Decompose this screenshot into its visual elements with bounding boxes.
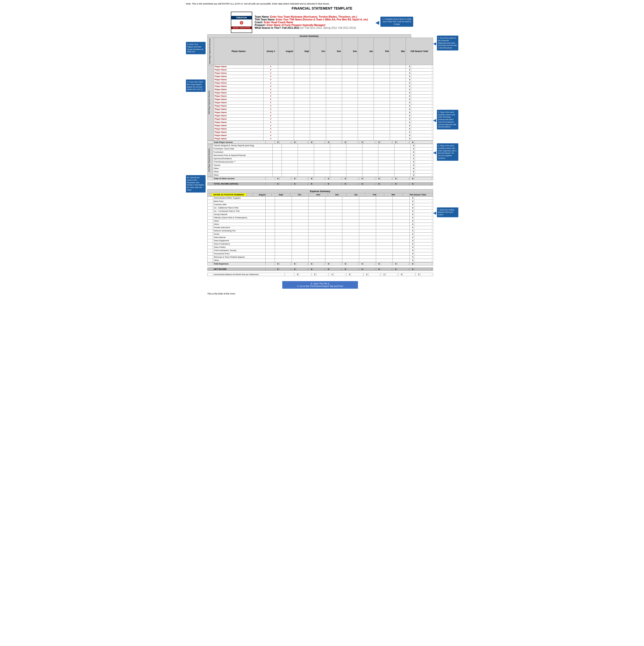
expense-month-input-cell[interactable] [342, 226, 359, 229]
expense-month-input-cell[interactable] [308, 206, 326, 209]
month-input-cell[interactable] [342, 124, 358, 127]
month-input-cell[interactable] [310, 98, 326, 101]
expense-month-input-cell[interactable] [359, 249, 376, 252]
jersey-cell[interactable]: # [263, 78, 278, 81]
month-input-cell[interactable] [358, 94, 374, 98]
expense-month-input-cell[interactable] [275, 216, 292, 219]
month-input-cell[interactable] [278, 94, 294, 98]
month-input-cell[interactable] [358, 81, 374, 85]
expense-month-input-cell[interactable] [326, 200, 342, 203]
player-name-cell[interactable]: Player Name [214, 72, 263, 75]
expense-month-input-cell[interactable] [308, 245, 326, 249]
player-name-cell[interactable]: Player Name [214, 124, 263, 127]
month-input-cell[interactable] [358, 101, 374, 104]
month-input-cell[interactable] [390, 75, 406, 78]
month-input-cell[interactable] [326, 81, 342, 85]
expense-month-input-cell[interactable] [308, 216, 326, 219]
expense-month-input-cell[interactable] [359, 196, 376, 200]
expense-month-input-cell[interactable] [292, 216, 308, 219]
month-input-cell[interactable] [294, 75, 310, 78]
month-input-cell[interactable] [278, 111, 294, 114]
expense-month-input-cell[interactable] [292, 252, 308, 255]
month-input-cell[interactable] [374, 91, 390, 94]
expense-month-input-cell[interactable] [275, 239, 292, 242]
jersey-cell[interactable]: # [263, 130, 278, 134]
month-input-cell[interactable] [374, 101, 390, 104]
save-box[interactable]: 8. Save The File & 9. Go to the THA/Pare… [282, 281, 358, 289]
other-month-input-cell[interactable] [281, 170, 298, 173]
month-input-cell[interactable] [294, 78, 310, 81]
other-month-input-cell[interactable] [314, 170, 330, 173]
expense-month-input-cell[interactable] [308, 203, 326, 206]
expense-month-input-cell[interactable] [393, 236, 410, 239]
expense-month-input-cell[interactable] [342, 236, 359, 239]
other-month-input-cell[interactable] [395, 173, 411, 177]
month-input-cell[interactable] [278, 121, 294, 124]
expense-month-input-cell[interactable] [359, 213, 376, 216]
other-month-input-cell[interactable] [314, 160, 330, 164]
other-month-input-cell[interactable] [346, 144, 362, 147]
month-input-cell[interactable] [374, 78, 390, 81]
month-input-cell[interactable] [294, 98, 310, 101]
expense-month-input-cell[interactable] [326, 223, 342, 226]
month-input-cell[interactable] [326, 88, 342, 91]
other-month-input-cell[interactable] [362, 167, 378, 170]
expense-month-input-cell[interactable] [292, 245, 308, 249]
player-name-cell[interactable]: Player Name [214, 65, 263, 68]
expense-month-input-cell[interactable] [376, 239, 393, 242]
expense-month-input-cell[interactable] [393, 223, 410, 226]
player-name-cell[interactable]: Player Name [214, 107, 263, 111]
expense-month-input-cell[interactable] [359, 223, 376, 226]
expense-month-input-cell[interactable] [393, 259, 410, 262]
month-input-cell[interactable] [326, 114, 342, 117]
expense-month-input-cell[interactable] [342, 223, 359, 226]
month-input-cell[interactable] [358, 78, 374, 81]
month-input-cell[interactable] [358, 111, 374, 114]
other-month-input-cell[interactable] [395, 160, 411, 164]
expense-month-input-cell[interactable] [292, 206, 308, 209]
player-name-cell[interactable]: Player Name [214, 121, 263, 124]
other-month-input-cell[interactable] [378, 167, 395, 170]
month-input-cell[interactable] [390, 121, 406, 124]
expense-month-input-cell[interactable] [275, 252, 292, 255]
expense-month-input-cell[interactable] [376, 216, 393, 219]
month-input-cell[interactable] [310, 91, 326, 94]
jersey-cell[interactable]: # [263, 121, 278, 124]
month-input-cell[interactable] [278, 101, 294, 104]
month-input-cell[interactable] [278, 124, 294, 127]
month-input-cell[interactable] [326, 124, 342, 127]
month-input-cell[interactable] [278, 68, 294, 72]
month-input-cell[interactable] [342, 98, 358, 101]
expense-month-input-cell[interactable] [376, 232, 393, 236]
month-input-cell[interactable] [326, 137, 342, 140]
expense-month-input-cell[interactable] [275, 196, 292, 200]
month-input-cell[interactable] [294, 124, 310, 127]
expense-month-input-cell[interactable] [275, 200, 292, 203]
month-input-cell[interactable] [310, 81, 326, 85]
expense-month-input-cell[interactable] [308, 249, 326, 252]
other-month-input-cell[interactable] [298, 157, 314, 160]
other-month-input-cell[interactable] [395, 157, 411, 160]
jersey-cell[interactable]: # [263, 111, 278, 114]
month-input-cell[interactable] [390, 78, 406, 81]
other-month-input-cell[interactable] [330, 164, 346, 167]
player-name-cell[interactable]: Player Name [214, 85, 263, 88]
month-input-cell[interactable] [390, 117, 406, 121]
month-input-cell[interactable] [326, 130, 342, 134]
other-month-input-cell[interactable] [378, 154, 395, 157]
expense-month-input-cell[interactable] [326, 196, 342, 200]
month-input-cell[interactable] [374, 65, 390, 68]
expense-month-input-cell[interactable] [342, 249, 359, 252]
expense-month-input-cell[interactable] [326, 259, 342, 262]
other-month-input-cell[interactable] [378, 160, 395, 164]
expense-month-input-cell[interactable] [308, 236, 326, 239]
month-input-cell[interactable] [342, 111, 358, 114]
month-input-cell[interactable] [342, 75, 358, 78]
month-input-cell[interactable] [294, 121, 310, 124]
player-name-cell[interactable]: Player Name [214, 134, 263, 137]
expense-month-input-cell[interactable] [308, 226, 326, 229]
other-month-input-cell[interactable] [346, 170, 362, 173]
expense-month-input-cell[interactable] [308, 242, 326, 245]
month-input-cell[interactable] [326, 98, 342, 101]
expense-month-input-cell[interactable] [275, 206, 292, 209]
